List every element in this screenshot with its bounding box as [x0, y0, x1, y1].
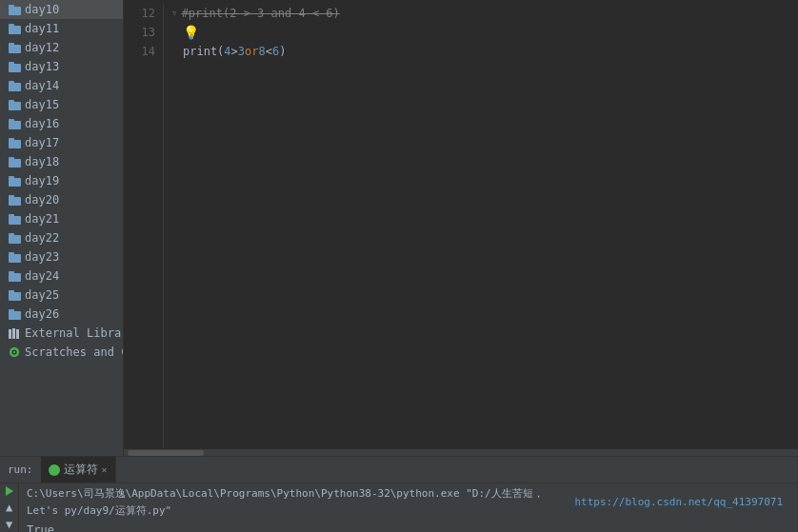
svg-rect-10 [9, 102, 21, 110]
folder-icon [8, 79, 21, 92]
svg-rect-31 [9, 290, 14, 293]
sidebar-item-day25[interactable]: day25 [0, 286, 123, 305]
code-line-13: 💡 [171, 23, 798, 42]
sidebar-item-day20[interactable]: day20 [0, 190, 123, 209]
folder-icon [8, 250, 21, 264]
run-output-path: C:\Users\司马景逸\AppData\Local\Programs\Pyt… [27, 485, 790, 520]
svg-rect-26 [9, 254, 21, 263]
sidebar-item-scratches[interactable]: Scratches and C [0, 343, 123, 362]
run-play-button[interactable] [3, 485, 16, 497]
sidebar-item-label: day26 [25, 307, 59, 321]
folder-icon [8, 98, 21, 111]
svg-rect-27 [9, 252, 14, 255]
svg-rect-15 [9, 138, 14, 141]
run-scroll-up-button[interactable]: ▲ [3, 501, 16, 514]
code-num-8: 8 [259, 42, 266, 61]
line-number-12: 12 [124, 4, 155, 23]
close-tab-button[interactable]: ✕ [102, 464, 108, 475]
svg-rect-14 [9, 140, 21, 148]
sidebar-item-day19[interactable]: day19 [0, 171, 123, 190]
run-tab-label: 运算符 [64, 462, 98, 478]
svg-rect-21 [9, 195, 14, 198]
svg-rect-23 [9, 214, 14, 217]
sidebar-item-day10[interactable]: day10 [0, 0, 123, 19]
sidebar-item-day17[interactable]: day17 [0, 133, 123, 152]
library-icon [8, 326, 21, 340]
svg-rect-20 [9, 197, 21, 206]
svg-rect-7 [9, 62, 14, 65]
sidebar-item-day21[interactable]: day21 [0, 209, 123, 228]
run-label: run: [0, 457, 41, 483]
code-num-6: 6 [272, 42, 279, 61]
code-text-print: print( [183, 42, 224, 61]
run-panel: run: 运算符 ✕ ▲ ▼ C:\Users\司马景逸\AppData\Loc… [0, 456, 798, 532]
sidebar-item-label: day20 [25, 193, 59, 207]
folder-icon [8, 269, 21, 283]
svg-rect-12 [9, 121, 21, 129]
folder-icon [8, 3, 21, 16]
svg-rect-1 [9, 5, 14, 8]
editor-pane: 12 13 14 ▿ #print(2 > 3 and 4 < 6) 💡 [124, 0, 798, 456]
folder-icon [8, 117, 21, 130]
horizontal-scrollbar[interactable] [124, 448, 798, 456]
svg-marker-40 [6, 486, 13, 496]
svg-rect-0 [9, 7, 21, 15]
sidebar-item-day11[interactable]: day11 [0, 19, 123, 38]
svg-rect-17 [9, 157, 14, 160]
sidebar-item-day18[interactable]: day18 [0, 152, 123, 171]
run-scroll-down-button[interactable]: ▼ [3, 518, 16, 531]
code-op-gt: > [231, 42, 238, 61]
sidebar-item-day26[interactable]: day26 [0, 305, 123, 324]
svg-rect-22 [9, 216, 21, 225]
svg-rect-13 [9, 119, 14, 122]
sidebar-item-label: day15 [25, 98, 59, 111]
run-controls: ▲ ▼ [0, 483, 19, 532]
svg-rect-2 [9, 26, 21, 34]
run-output: C:\Users\司马景逸\AppData\Local\Programs\Pyt… [19, 483, 798, 532]
blog-link[interactable]: https://blog.csdn.net/qq_41397071 [574, 494, 790, 511]
svg-rect-25 [9, 233, 14, 236]
sidebar-item-label: day16 [25, 117, 59, 130]
sidebar-item-day14[interactable]: day14 [0, 76, 123, 95]
comment-text: #print(2 > 3 and 4 < 6) [182, 4, 340, 23]
scrollbar-thumb[interactable] [128, 450, 204, 456]
code-close-paren: ) [279, 42, 286, 61]
svg-rect-30 [9, 292, 21, 301]
code-editor[interactable]: ▿ #print(2 > 3 and 4 < 6) 💡 print(4 > 3 … [164, 4, 798, 448]
svg-rect-18 [9, 178, 21, 187]
sidebar-item-day16[interactable]: day16 [0, 114, 123, 133]
fold-marker[interactable]: ▿ [171, 4, 178, 23]
line-number-14: 14 [124, 42, 155, 61]
svg-rect-9 [9, 81, 14, 84]
sidebar-item-label: day11 [25, 22, 59, 35]
folder-icon [8, 174, 21, 187]
sidebar-item-label: day23 [25, 250, 59, 264]
code-num-4: 4 [224, 42, 230, 61]
sidebar-item-day15[interactable]: day15 [0, 95, 123, 114]
sidebar-item-external-libraries[interactable]: External Librarie [0, 324, 123, 343]
sidebar-item-label: Scratches and C [25, 345, 124, 359]
sidebar-item-day23[interactable]: day23 [0, 247, 123, 266]
sidebar-item-label: day22 [25, 231, 59, 245]
sidebar-item-day12[interactable]: day12 [0, 38, 123, 57]
sidebar-item-label: day14 [25, 79, 59, 92]
sidebar-item-day13[interactable]: day13 [0, 57, 123, 76]
sidebar-item-label: day17 [25, 136, 59, 149]
sidebar-item-day24[interactable]: day24 [0, 266, 123, 286]
svg-rect-34 [9, 329, 11, 339]
sidebar-item-day22[interactable]: day22 [0, 228, 123, 247]
svg-rect-3 [9, 24, 14, 27]
run-status-icon [49, 464, 60, 476]
run-tab[interactable]: 运算符 ✕ [41, 457, 116, 483]
main-area: day10 day11 day12 day13 day14 [0, 0, 798, 456]
sidebar-item-label: External Librarie [25, 326, 124, 340]
code-num-3: 3 [238, 42, 245, 61]
folder-icon [8, 212, 21, 226]
code-line-12: ▿ #print(2 > 3 and 4 < 6) [171, 4, 798, 23]
code-line-14: print(4 > 3 or 8 < 6) [171, 42, 798, 61]
run-panel-body: ▲ ▼ C:\Users\司马景逸\AppData\Local\Programs… [0, 483, 798, 532]
folder-icon [8, 288, 21, 302]
svg-rect-6 [9, 64, 21, 72]
svg-rect-5 [9, 43, 14, 46]
sidebar-item-label: day25 [25, 288, 59, 302]
